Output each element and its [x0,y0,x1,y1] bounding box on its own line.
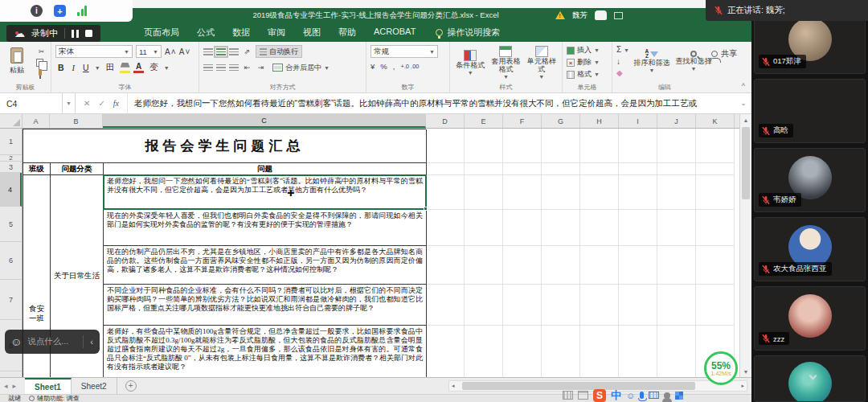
col-header-I[interactable]: I [619,114,657,128]
decimal-buttons[interactable]: +.0 .00 [400,63,419,70]
autosum-button[interactable]: Σ ▼ [616,45,629,55]
question-cell-5[interactable]: 老师好，有些食品中某物质的100g含量符合规定，但总净含量超过一般要求，比如国标… [104,326,427,378]
font-name-select[interactable]: 宋体▼ [55,45,133,58]
account-avatar[interactable] [595,10,607,20]
select-all-corner[interactable] [0,114,23,128]
enter-icon[interactable]: ✓ [98,99,104,108]
scroll-up-icon[interactable]: ▲ [740,114,751,125]
col-header-K[interactable]: K [696,114,735,128]
vertical-scroll-thumb[interactable] [742,127,750,199]
orientation-icon[interactable]: ⇗ [242,47,252,56]
question-cell-2[interactable]: 现在的外卖深受年轻人喜爱，但我们也都明白外卖食品的安全是得不到保障的，那请问现如… [104,210,427,246]
bold-button[interactable]: B [55,62,67,73]
insert-function-icon[interactable]: fx [113,99,119,108]
voice-input-icon[interactable] [640,392,644,399]
emoji-icon[interactable]: ☺ [5,335,27,348]
wrap-text-button[interactable]: 自动换行 [256,45,302,58]
borders-button[interactable]: 田 [104,61,117,74]
col-header-G[interactable]: G [542,114,580,128]
ime-mode-icon[interactable]: 中 [611,388,621,402]
tab-page-layout[interactable]: 页面布局 [135,23,188,43]
fill-button[interactable]: ↓ [616,57,629,67]
font-color-button[interactable]: A [133,63,144,73]
collapse-chat-icon[interactable]: ‹ [84,337,100,347]
tab-review[interactable]: 审阅 [259,23,294,43]
row-header-2[interactable]: 2 [0,155,22,162]
name-box-caret[interactable]: ▼ [63,93,76,113]
clear-button[interactable]: ◆ [616,68,629,78]
col-header-F[interactable]: F [503,114,542,128]
signal-bars-icon[interactable] [77,6,87,16]
col-header-J[interactable]: J [657,114,696,128]
header-category[interactable]: 问题分类 [51,163,104,175]
row-header-6[interactable]: 6 [0,242,22,280]
question-cell-4[interactable]: 不同企业对于同种食品的企业标准，会有什么不同吗？消费者可以比对后，根据它们的不同… [104,285,427,326]
tab-formulas[interactable]: 公式 [188,23,223,43]
blue-app-icon[interactable]: + [54,5,66,17]
sheet-tab-sheet1[interactable]: Sheet1 [25,378,72,395]
window-controls-icon[interactable] [614,12,623,19]
conditional-formatting-button[interactable]: 条件格式▼ [454,49,486,77]
participant-tile-2[interactable]: 高晗 [754,79,866,143]
grow-shrink-font-icon[interactable]: A˄ A˅ [165,47,190,56]
currency-format-icon[interactable]: ¥ [371,62,375,71]
align-left-icon[interactable] [203,64,213,72]
participant-tile-5[interactable]: zzz [754,286,866,351]
tab-acrobat[interactable]: ACROBAT [365,23,424,43]
participant-tile-3[interactable]: 韦娇娇 [754,148,866,212]
chat-input-placeholder[interactable]: 说点什么... [27,336,83,347]
scroll-right-icon[interactable]: ▸ [741,383,744,389]
ime-toolbox-icon[interactable] [675,392,683,400]
font-size-select[interactable]: 11▼ [136,45,162,58]
emoji-panel-icon[interactable]: ☺ [626,391,635,400]
network-quality-badge[interactable]: 55% 1.42M/s [704,351,738,385]
tab-view[interactable]: 视图 [294,23,330,43]
new-sheet-button[interactable]: + [125,380,137,392]
col-header-D[interactable]: D [426,114,465,128]
underline-button[interactable]: U [80,62,92,73]
align-bottom-icon[interactable] [229,48,239,55]
phonetic-button[interactable]: 变 [147,61,161,74]
scroll-left-icon[interactable]: ◂ [452,383,455,389]
format-cells-button[interactable]: 格式▼ [567,69,608,80]
tab-data[interactable]: 数据 [223,23,259,43]
status-accessibility[interactable]: 辅助功能: 调查 [29,394,79,402]
tab-help[interactable]: 帮助 [330,23,365,43]
cell-styles-button[interactable]: 单元格样式▼ [526,45,558,81]
name-box[interactable]: C4 [0,93,63,113]
sogou-input-icon[interactable]: S [593,389,606,402]
format-painter-icon[interactable] [39,69,42,76]
decrease-indent-icon[interactable]: ⇤ [242,64,252,72]
scroll-down-icon[interactable]: ▼ [740,366,751,377]
account-name[interactable]: 魏芳 [572,10,588,21]
col-header-A[interactable]: A [23,114,50,128]
empty-cells-grid[interactable] [426,129,735,377]
share-button[interactable]: 共享 [711,48,737,59]
formula-bar-expand-icon[interactable]: ⌄ [735,100,751,107]
percent-format-icon[interactable]: % [380,62,387,71]
copy-icon[interactable] [36,59,43,67]
pause-recording-button[interactable] [72,30,79,38]
col-header-B[interactable]: B [50,114,103,128]
col-header-H[interactable]: H [580,114,619,128]
row-header-5[interactable]: 5 [0,207,22,242]
cancel-icon[interactable]: ✕ [84,99,90,108]
italic-button[interactable]: I [70,63,78,73]
paste-button[interactable]: 粘贴 [4,46,30,76]
align-middle-icon[interactable] [216,48,226,55]
normal-view-icon[interactable] [563,391,573,400]
question-cell-3[interactable]: 现在的仿制产品仍层出不穷，尤其是在乡镇地区，小商店里卖的产品中有许多都是各大品牌… [104,246,427,285]
warning-icon[interactable]: ! [555,11,565,19]
info-icon[interactable]: i [31,5,43,17]
vertical-scrollbar[interactable]: ▲ ▼ [739,114,751,377]
col-header-E[interactable]: E [465,114,503,128]
sort-filter-button[interactable]: AZ 排序和筛选▼ [633,48,671,75]
tell-me-search[interactable]: 操作说明搜索 [436,27,500,39]
comma-format-icon[interactable]: , [393,62,395,71]
number-format-select[interactable]: 常规▼ [371,45,438,58]
collapse-ribbon-icon[interactable]: ^ [742,82,745,90]
row-header-3[interactable]: 3 [0,162,22,173]
participant-tile-4[interactable]: 农大食品张西亚 [754,217,866,281]
sheet-nav-arrows[interactable]: ◂▸ [0,382,25,390]
chat-input-pill[interactable]: ☺ 说点什么... ‹ [5,330,100,354]
